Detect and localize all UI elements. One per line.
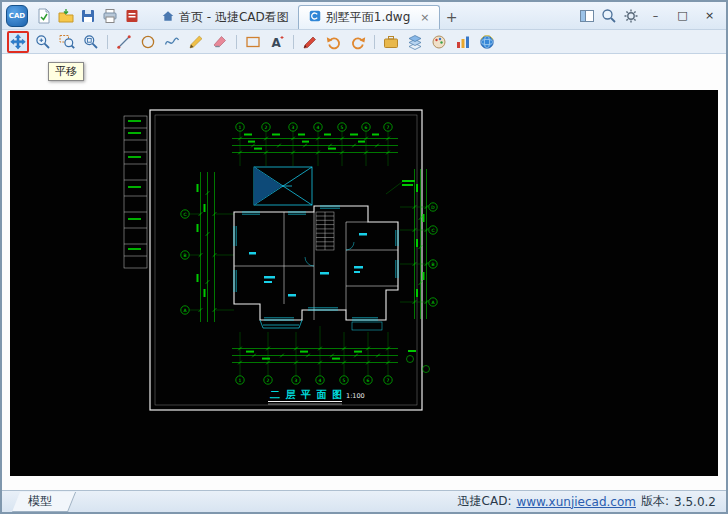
svg-text:2: 2 — [267, 378, 270, 383]
grid-labels-right: D C B A — [431, 205, 435, 305]
tab-drawing-label: 别墅平面1.dwg — [326, 9, 411, 26]
drawing-canvas[interactable]: 12 34 56 7 12 34 56 7 — [10, 90, 718, 476]
toolbar-separator — [236, 35, 237, 49]
tab-home-label: 首页 - 迅捷CAD看图 — [179, 9, 289, 26]
titlebar: CAD 首页 - 迅捷CAD看图 — [2, 2, 726, 30]
svg-text:D: D — [431, 205, 435, 210]
svg-text:7: 7 — [387, 378, 390, 383]
svg-text:A: A — [272, 35, 282, 49]
tab-close-icon[interactable]: × — [420, 11, 429, 24]
app-logo[interactable]: CAD — [6, 5, 28, 27]
roof-shade — [254, 167, 282, 205]
dimension-text-marks — [197, 134, 425, 360]
zoom-window-tool[interactable] — [57, 32, 77, 52]
panel-toggle-icon[interactable] — [577, 6, 597, 26]
zoom-icon[interactable] — [599, 6, 619, 26]
redo-button[interactable] — [348, 32, 368, 52]
svg-text:B: B — [183, 253, 186, 258]
zoom-in-tool[interactable] — [33, 32, 53, 52]
settings-gear-icon[interactable] — [621, 6, 641, 26]
new-file-icon[interactable] — [34, 6, 54, 26]
drawing-title-block: 二 层 平 面 图 1:100 — [268, 389, 365, 404]
circle-tool[interactable] — [138, 32, 158, 52]
svg-text:4: 4 — [319, 378, 322, 383]
svg-text:3: 3 — [295, 378, 298, 383]
export-tool[interactable] — [381, 32, 401, 52]
grid-labels-bottom: 12 34 56 7 — [239, 378, 390, 383]
version-label: 版本: — [641, 493, 669, 510]
svg-text:6: 6 — [367, 378, 370, 383]
tab-drawing[interactable]: 别墅平面1.dwg × — [298, 5, 440, 29]
canvas-area: 12 34 56 7 12 34 56 7 — [2, 54, 726, 490]
door-tags — [407, 356, 430, 373]
svg-text:A: A — [183, 308, 187, 313]
curve-tool[interactable] — [162, 32, 182, 52]
cad-drawing: 12 34 56 7 12 34 56 7 — [10, 90, 718, 476]
sheet-frame — [150, 110, 422, 410]
dimension-ticks — [199, 137, 429, 365]
minimize-button[interactable]: – — [643, 6, 668, 25]
globe-tool[interactable] — [477, 32, 497, 52]
brand-label: 迅捷CAD: — [458, 493, 512, 510]
svg-text:2: 2 — [265, 125, 268, 130]
measure-line-tool[interactable] — [114, 32, 134, 52]
extension-lines — [189, 131, 429, 376]
version-value: 3.5.0.2 — [674, 495, 716, 509]
svg-text:1: 1 — [239, 378, 242, 383]
text-tool[interactable]: A — [267, 32, 287, 52]
website-link[interactable]: www.xunjiecad.com — [516, 495, 636, 509]
eraser-tool[interactable] — [210, 32, 230, 52]
rect-tool[interactable] — [243, 32, 263, 52]
undo-button[interactable] — [324, 32, 344, 52]
export-pdf-icon[interactable] — [122, 6, 142, 26]
tab-strip: 首页 - 迅捷CAD看图 别墅平面1.dwg × + — [152, 2, 464, 29]
svg-text:C: C — [431, 228, 434, 233]
svg-text:C: C — [183, 212, 186, 217]
close-button[interactable]: × — [697, 6, 722, 25]
svg-text:6: 6 — [365, 125, 368, 130]
svg-text:5: 5 — [343, 378, 346, 383]
svg-text:5: 5 — [341, 125, 344, 130]
grid-bubbles-right — [429, 203, 437, 306]
cad-file-icon — [308, 9, 322, 26]
pan-tool[interactable] — [7, 31, 29, 53]
drawing-scale: 1:100 — [346, 392, 365, 400]
grid-bubbles-left — [181, 210, 189, 314]
title-table — [124, 116, 147, 268]
svg-text:4: 4 — [317, 125, 320, 130]
model-tab-label: 模型 — [28, 493, 52, 510]
room-label-marks — [249, 233, 367, 297]
svg-text:B: B — [431, 262, 434, 267]
toolbar-separator — [107, 35, 108, 49]
pencil-tool[interactable] — [186, 32, 206, 52]
grid-labels-left: C B A — [183, 212, 187, 313]
zoom-extents-tool[interactable] — [81, 32, 101, 52]
app-window: CAD 首页 - 迅捷CAD看图 — [0, 0, 728, 514]
stats-tool[interactable] — [453, 32, 473, 52]
drawing-title: 二 层 平 面 图 — [270, 389, 343, 400]
svg-text:7: 7 — [387, 125, 390, 130]
tab-home[interactable]: 首页 - 迅捷CAD看图 — [152, 6, 298, 29]
model-tab[interactable]: 模型 — [12, 491, 74, 512]
status-right: 迅捷CAD: www.xunjiecad.com 版本: 3.5.0.2 — [458, 493, 716, 510]
title-table-text — [128, 120, 141, 250]
new-tab-button[interactable]: + — [442, 7, 462, 27]
maximize-button[interactable]: □ — [670, 6, 695, 25]
layers-tool[interactable] — [405, 32, 425, 52]
palette-tool[interactable] — [429, 32, 449, 52]
toolbar-separator — [293, 35, 294, 49]
open-file-icon[interactable] — [56, 6, 76, 26]
save-icon[interactable] — [78, 6, 98, 26]
annotate-tool[interactable] — [300, 32, 320, 52]
svg-text:A: A — [431, 300, 435, 305]
tools-toolbar: A — [2, 30, 726, 54]
toolbar-separator — [374, 35, 375, 49]
statusbar: 模型 迅捷CAD: www.xunjiecad.com 版本: 3.5.0.2 — [2, 490, 726, 512]
svg-text:1: 1 — [239, 125, 242, 130]
pan-tooltip: 平移 — [48, 62, 84, 81]
stair — [316, 212, 334, 250]
svg-text:3: 3 — [292, 125, 295, 130]
home-icon — [161, 9, 175, 26]
print-icon[interactable] — [100, 6, 120, 26]
grid-bubbles-top — [236, 123, 392, 131]
